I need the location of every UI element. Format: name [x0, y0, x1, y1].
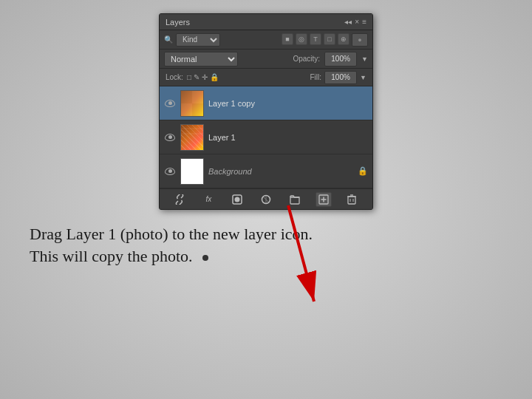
main-container: Layers ◂◂ × ≡ 🔍 Kind ■ ◎ T □ ⊕ [0, 0, 532, 399]
layer-eye-1[interactable] [164, 132, 176, 143]
close-icon[interactable]: × [355, 18, 359, 26]
fill-arrow-icon[interactable]: ▼ [360, 74, 366, 81]
layer-name-copy: Layer 1 copy [208, 99, 368, 108]
opacity-arrow-icon[interactable]: ▼ [361, 55, 368, 63]
new-layer-btn[interactable] [316, 192, 332, 207]
eye-pupil-1 [168, 135, 172, 139]
kind-row: 🔍 Kind ■ ◎ T □ ⊕ ● [160, 30, 372, 50]
eye-icon-bg [165, 168, 175, 175]
instruction-line2-text: This will copy the photo. [30, 247, 193, 265]
filter-toggle[interactable]: ● [352, 33, 368, 47]
eye-icon-1 [165, 134, 175, 141]
layer-item-copy[interactable]: Layer 1 copy [160, 86, 372, 120]
panel-footer: fx [160, 188, 372, 209]
search-kind-icon: 🔍 [164, 35, 173, 44]
new-group-btn[interactable] [287, 192, 303, 207]
filter-type-icon[interactable]: T [310, 33, 321, 45]
layers-panel: Layers ◂◂ × ≡ 🔍 Kind ■ ◎ T □ ⊕ [159, 13, 373, 210]
layer-thumb-copy [180, 90, 204, 117]
layers-list: Layer 1 copy [160, 86, 372, 188]
filter-shape-icon[interactable]: □ [324, 33, 335, 45]
lock-icons: □ ✎ ✛ 🔒 [187, 73, 219, 81]
bottom-text-section: Drag Layer 1 (photo) to the new layer ic… [0, 210, 532, 274]
new-layer-icon [318, 194, 329, 205]
layer-thumb-svg-copy [181, 91, 203, 116]
bullet-point [202, 255, 208, 261]
lock-label: Lock: [166, 73, 183, 81]
link-icon [174, 194, 185, 205]
eye-pupil-copy [168, 101, 172, 105]
trash-icon [347, 194, 356, 205]
lock-image-icon[interactable]: ✎ [194, 73, 200, 81]
layer-name-bg: Background [208, 167, 353, 176]
layer-item-background[interactable]: Background 🔒 [160, 154, 372, 188]
kind-select[interactable]: Kind [176, 33, 220, 47]
panel-header: Layers ◂◂ × ≡ [160, 14, 372, 30]
panel-header-icons: ◂◂ × ≡ [344, 18, 366, 26]
lock-row: Lock: □ ✎ ✛ 🔒 Fill: ▼ [160, 69, 372, 86]
link-layers-btn[interactable] [171, 192, 188, 207]
svg-rect-4 [181, 91, 203, 116]
eye-icon-copy [165, 100, 175, 107]
filter-icons: ■ ◎ T □ ⊕ ● [223, 33, 368, 47]
fx-btn[interactable]: fx [200, 192, 216, 207]
folder-icon [290, 194, 300, 205]
add-mask-btn[interactable] [229, 192, 245, 207]
svg-point-9 [235, 197, 240, 202]
normal-opacity-row: Normal Opacity: ▼ [160, 50, 372, 69]
layer-thumb-svg-1 [181, 125, 203, 150]
adjustment-icon [261, 194, 271, 205]
layers-panel-wrapper: Layers ◂◂ × ≡ 🔍 Kind ■ ◎ T □ ⊕ [159, 13, 373, 210]
panel-title: Layers [166, 18, 190, 27]
instruction-line2: This will copy the photo. [30, 245, 502, 267]
fill-section: Fill: ▼ [310, 71, 366, 84]
layer-item-1[interactable]: Layer 1 [160, 120, 372, 154]
lock-position-icon[interactable]: ✛ [202, 73, 208, 81]
blend-mode-select[interactable]: Normal [164, 52, 238, 66]
layer-name-1: Layer 1 [208, 133, 368, 142]
instruction-line1: Drag Layer 1 (photo) to the new layer ic… [30, 223, 502, 245]
menu-icon[interactable]: ≡ [362, 18, 366, 26]
collapse-icon[interactable]: ◂◂ [344, 18, 352, 26]
filter-adjust-icon[interactable]: ◎ [296, 33, 307, 45]
filter-pixel-icon[interactable]: ■ [282, 33, 293, 45]
opacity-label: Opacity: [293, 55, 320, 63]
eye-pupil-bg [168, 169, 172, 173]
fill-input[interactable] [324, 71, 357, 84]
layer-eye-bg[interactable] [164, 166, 176, 177]
layer-lock-icon: 🔒 [358, 166, 368, 176]
adjustment-btn[interactable] [258, 192, 274, 207]
svg-rect-5 [181, 125, 203, 150]
lock-all-icon[interactable]: 🔒 [210, 73, 219, 81]
delete-layer-btn[interactable] [344, 192, 360, 207]
mask-icon [232, 194, 242, 205]
filter-smart-icon[interactable]: ⊕ [338, 33, 349, 45]
layer-thumb-bg [180, 158, 204, 185]
layer-thumb-1 [180, 124, 204, 151]
opacity-input[interactable] [324, 52, 357, 66]
fill-label: Fill: [310, 73, 322, 81]
svg-rect-14 [348, 197, 355, 204]
lock-transparent-icon[interactable]: □ [187, 73, 191, 81]
layer-eye-copy[interactable] [164, 98, 176, 109]
